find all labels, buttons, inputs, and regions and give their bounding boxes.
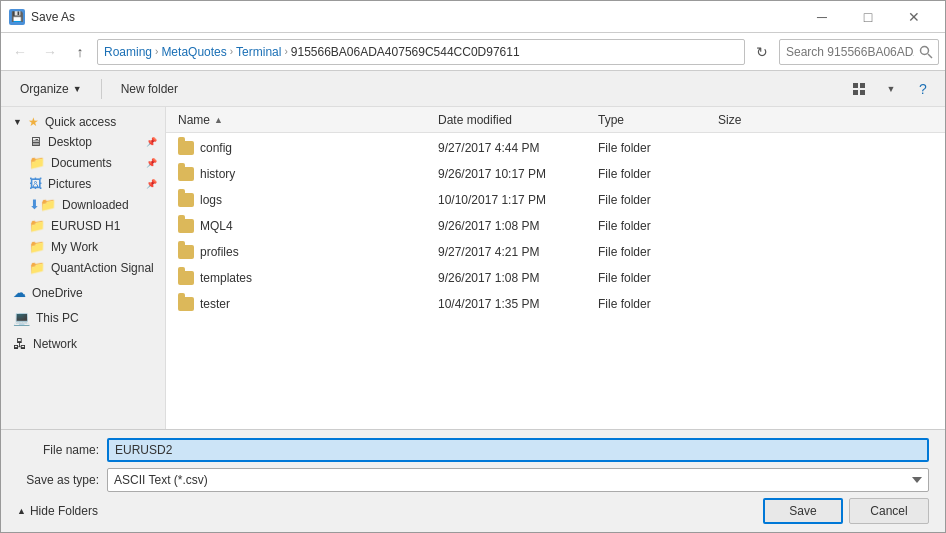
file-name-label: File name: [17, 443, 107, 457]
refresh-button[interactable]: ↻ [749, 39, 775, 65]
view-grid-icon [852, 82, 866, 96]
back-button[interactable]: ← [7, 39, 33, 65]
folder-icon [178, 193, 194, 207]
forward-button[interactable]: → [37, 39, 63, 65]
svg-rect-1 [860, 83, 865, 88]
file-name-text: templates [200, 271, 252, 285]
sidebar-item-network[interactable]: 🖧 Network [1, 333, 165, 355]
sidebar-item-mywork[interactable]: 📁 My Work [1, 236, 165, 257]
file-area: Name ▲ Date modified Type Size config [166, 107, 945, 429]
file-name-text: tester [200, 297, 230, 311]
chevron-up-icon: ▲ [17, 506, 26, 516]
file-date-cell: 9/26/2017 10:17 PM [430, 167, 590, 181]
toolbar: Organize ▼ New folder ▼ ? [1, 71, 945, 107]
quick-access-header[interactable]: ▼ ★ Quick access [1, 111, 165, 131]
bottom-area: File name: Save as type: ASCII Text (*.c… [1, 429, 945, 532]
save-as-dialog: 💾 Save As ─ □ ✕ ← → ↑ Roaming › MetaQuot… [0, 0, 946, 533]
table-row[interactable]: logs 10/10/2017 1:17 PM File folder [166, 187, 945, 213]
view-options-button[interactable] [845, 75, 873, 103]
hide-folders-button[interactable]: ▲ Hide Folders [17, 504, 98, 518]
desktop-icon: 🖥 [29, 134, 42, 149]
file-list: config 9/27/2017 4:44 PM File folder his… [166, 133, 945, 429]
sidebar-item-pictures[interactable]: 🖼 Pictures 📌 [1, 173, 165, 194]
breadcrumb[interactable]: Roaming › MetaQuotes › Terminal › 915566… [97, 39, 745, 65]
file-name-cell: config [170, 141, 430, 155]
organize-button[interactable]: Organize ▼ [9, 75, 93, 103]
thispc-icon: 💻 [13, 310, 30, 326]
network-icon: 🖧 [13, 336, 27, 352]
sidebar-item-documents[interactable]: 📁 Documents 📌 [1, 152, 165, 173]
file-name-text: profiles [200, 245, 239, 259]
organize-chevron-icon: ▼ [73, 84, 82, 94]
action-buttons: Save Cancel [763, 498, 929, 524]
table-row[interactable]: history 9/26/2017 10:17 PM File folder [166, 161, 945, 187]
folder-icon [178, 219, 194, 233]
file-name-text: history [200, 167, 235, 181]
file-name-cell: templates [170, 271, 430, 285]
network-section: 🖧 Network [1, 333, 165, 355]
sort-arrow-icon: ▲ [214, 115, 223, 125]
save-type-select[interactable]: ASCII Text (*.csv) [107, 468, 929, 492]
file-name-cell: logs [170, 193, 430, 207]
table-row[interactable]: config 9/27/2017 4:44 PM File folder [166, 135, 945, 161]
pin-icon-documents: 📌 [146, 158, 157, 168]
window-title: Save As [31, 10, 799, 24]
svg-rect-2 [853, 90, 858, 95]
sidebar-item-onedrive[interactable]: ☁ OneDrive [1, 282, 165, 303]
folder-icon [178, 245, 194, 259]
save-button[interactable]: Save [763, 498, 843, 524]
file-type-cell: File folder [590, 219, 710, 233]
search-input[interactable] [779, 39, 939, 65]
help-button[interactable]: ? [909, 75, 937, 103]
pin-icon-desktop: 📌 [146, 137, 157, 147]
file-type-cell: File folder [590, 141, 710, 155]
file-type-cell: File folder [590, 271, 710, 285]
action-row: ▲ Hide Folders Save Cancel [17, 498, 929, 524]
col-header-name[interactable]: Name ▲ [170, 113, 430, 127]
file-name-input[interactable] [107, 438, 929, 462]
new-folder-button[interactable]: New folder [110, 75, 189, 103]
sidebar-item-desktop[interactable]: 🖥 Desktop 📌 [1, 131, 165, 152]
view-dropdown-button[interactable]: ▼ [877, 75, 905, 103]
maximize-button[interactable]: □ [845, 1, 891, 33]
folder-icon [178, 141, 194, 155]
up-button[interactable]: ↑ [67, 39, 93, 65]
onedrive-section: ☁ OneDrive [1, 282, 165, 303]
pin-icon-pictures: 📌 [146, 179, 157, 189]
address-bar: ← → ↑ Roaming › MetaQuotes › Terminal › … [1, 33, 945, 71]
col-header-date[interactable]: Date modified [430, 113, 590, 127]
file-date-cell: 9/26/2017 1:08 PM [430, 219, 590, 233]
table-row[interactable]: templates 9/26/2017 1:08 PM File folder [166, 265, 945, 291]
file-type-cell: File folder [590, 193, 710, 207]
sidebar-item-thispc[interactable]: 💻 This PC [1, 307, 165, 329]
file-name-row: File name: [17, 438, 929, 462]
sidebar: ▼ ★ Quick access 🖥 Desktop 📌 📁 Documents… [1, 107, 166, 429]
save-type-row: Save as type: ASCII Text (*.csv) [17, 468, 929, 492]
sidebar-item-downloaded[interactable]: ⬇📁 Downloaded [1, 194, 165, 215]
thispc-section: 💻 This PC [1, 307, 165, 329]
toolbar-separator [101, 79, 102, 99]
sidebar-item-quantaction[interactable]: 📁 QuantAction Signal [1, 257, 165, 278]
svg-rect-0 [853, 83, 858, 88]
file-name-cell: history [170, 167, 430, 181]
col-header-type[interactable]: Type [590, 113, 710, 127]
col-header-size[interactable]: Size [710, 113, 790, 127]
svg-rect-3 [860, 90, 865, 95]
downloaded-icon: ⬇📁 [29, 197, 56, 212]
file-date-cell: 10/10/2017 1:17 PM [430, 193, 590, 207]
close-button[interactable]: ✕ [891, 1, 937, 33]
file-date-cell: 10/4/2017 1:35 PM [430, 297, 590, 311]
table-row[interactable]: tester 10/4/2017 1:35 PM File folder [166, 291, 945, 317]
table-row[interactable]: MQL4 9/26/2017 1:08 PM File folder [166, 213, 945, 239]
cancel-button[interactable]: Cancel [849, 498, 929, 524]
file-list-header: Name ▲ Date modified Type Size [166, 107, 945, 133]
window-controls: ─ □ ✕ [799, 1, 937, 33]
quick-access-label: Quick access [45, 115, 116, 129]
file-name-text: logs [200, 193, 222, 207]
new-folder-label: New folder [121, 82, 178, 96]
minimize-button[interactable]: ─ [799, 1, 845, 33]
documents-icon: 📁 [29, 155, 45, 170]
table-row[interactable]: profiles 9/27/2017 4:21 PM File folder [166, 239, 945, 265]
file-type-cell: File folder [590, 167, 710, 181]
sidebar-item-eurusd[interactable]: 📁 EURUSD H1 [1, 215, 165, 236]
